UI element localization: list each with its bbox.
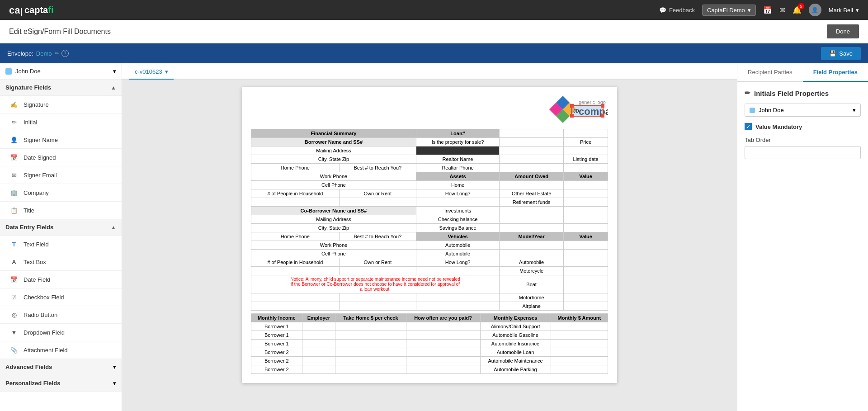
table-cell (251, 198, 340, 207)
recipient-dropdown[interactable]: John Doe ▾ (745, 104, 861, 117)
table-cell: Borrower 2 (251, 348, 302, 357)
user-info[interactable]: Mark Bell ▾ (829, 7, 859, 14)
signature-fields-title: Signature Fields (5, 84, 51, 91)
recipient-selector[interactable]: John Doe ▾ (0, 63, 122, 80)
done-button[interactable]: Done (827, 24, 859, 38)
mail-icon[interactable]: ✉ (779, 6, 785, 14)
envelope-label: Envelope: Demo ✏ ? (7, 50, 69, 57)
field-title[interactable]: 📋 Title (0, 202, 122, 219)
table-cell: Automobile Maintenance (480, 357, 551, 365)
notification-badge: 5 (798, 3, 804, 9)
field-attachment[interactable]: 📎 Attachment Field (0, 341, 122, 359)
tab-order-input[interactable] (745, 146, 861, 159)
save-button[interactable]: 💾 Save (821, 47, 861, 60)
table-cell: Retirement funds (500, 198, 564, 207)
table-cell: Borrower 1 (251, 340, 302, 348)
table-cell: Own or Rent (339, 258, 416, 267)
envelope-help-icon[interactable]: ? (61, 50, 69, 57)
company-name: CaptaFi Demo (707, 7, 745, 14)
notification-area[interactable]: 🔔 5 (793, 6, 802, 14)
table-cell (500, 215, 564, 224)
panel-title-text: Initials Field Properties (754, 90, 829, 97)
table-cell (339, 267, 416, 275)
data-entry-fields-list: T Text Field A Text Box 📅 Date Field ☑ C… (0, 236, 122, 359)
title-label: Title (24, 207, 34, 214)
form-table: Financial Summary Loan# Borrower Name an… (251, 129, 608, 311)
feedback-button[interactable]: 💬 Feedback (659, 7, 695, 14)
table-cell (564, 293, 608, 302)
table-cell: Monthly Expenses (480, 314, 551, 322)
date-signed-label: Date Signed (24, 154, 56, 161)
table-cell: Amount Owed (500, 172, 564, 181)
table-cell (335, 322, 406, 331)
brand-name: captafi (24, 5, 53, 15)
envelope-name[interactable]: Demo (36, 50, 52, 57)
field-initial[interactable]: ✏ Initial (0, 113, 122, 131)
advanced-fields-header[interactable]: Advanced Fields ▾ (0, 359, 122, 375)
field-text-box[interactable]: A Text Box (0, 253, 122, 271)
field-dropdown[interactable]: ▼ Dropdown Field (0, 324, 122, 341)
resize-handle-tl[interactable] (570, 104, 574, 108)
value-mandatory-checkbox[interactable]: ✓ (745, 123, 752, 130)
field-date-signed[interactable]: 📅 Date Signed (0, 149, 122, 166)
main-content: John Doe ▾ Signature Fields ▲ ✍ Signatur… (0, 63, 868, 411)
recipient-dropdown-chevron-icon: ▾ (853, 107, 856, 113)
table-cell: Listing date (564, 155, 608, 164)
table-cell: Realtor Name (416, 155, 499, 164)
resize-handle-br[interactable] (601, 114, 604, 118)
resize-handle-tr[interactable] (601, 104, 604, 108)
table-cell (564, 275, 608, 293)
field-signer-name[interactable]: 👤 Signer Name (0, 131, 122, 149)
field-checkbox[interactable]: ☑ Checkbox Field (0, 288, 122, 306)
field-signature[interactable]: ✍ Signature (0, 96, 122, 113)
field-text-field[interactable]: T Text Field (0, 236, 122, 253)
table-cell (564, 164, 608, 172)
resize-handle-bl[interactable] (570, 114, 574, 118)
document-tab[interactable]: c-v010623 ▾ (129, 65, 174, 80)
table-cell: Value (564, 232, 608, 241)
company-selector[interactable]: CaptaFi Demo ▾ (702, 5, 756, 16)
calendar-icon[interactable]: 📅 (763, 6, 772, 14)
tab-order-label: Tab Order (745, 137, 861, 143)
initials-field[interactable]: JD (571, 105, 604, 117)
table-cell: Best # to Reach You? (339, 232, 416, 241)
field-company[interactable]: 🏢 Company (0, 184, 122, 202)
table-cell (251, 302, 340, 311)
brand-area: capta captafi (9, 4, 53, 16)
advanced-fields-title: Advanced Fields (5, 364, 52, 370)
table-cell: Motorhome (500, 293, 564, 302)
data-entry-fields-header[interactable]: Data Entry Fields ▲ (0, 219, 122, 236)
recipient-dropdown-inner: John Doe (750, 107, 784, 113)
date-signed-icon: 📅 (9, 152, 19, 162)
table-cell (564, 258, 608, 267)
signature-fields-header[interactable]: Signature Fields ▲ (0, 80, 122, 96)
field-radio[interactable]: ◎ Radio Button (0, 306, 122, 324)
envelope-bar: Envelope: Demo ✏ ? 💾 Save (0, 43, 868, 63)
field-signer-email[interactable]: ✉ Signer Email (0, 166, 122, 184)
recipient-chevron-icon: ▾ (113, 68, 116, 75)
initial-label: Initial (24, 119, 37, 126)
recipient-dropdown-row: John Doe ▾ (745, 104, 861, 117)
table-cell (335, 340, 406, 348)
table-cell (564, 207, 608, 215)
table-cell: Assets (416, 172, 499, 181)
tab-field-properties[interactable]: Field Properties (803, 63, 868, 82)
tab-recipient-parties[interactable]: Recipient Parties (737, 63, 803, 81)
table-cell: Home Phone (251, 164, 340, 172)
table-cell (335, 357, 406, 365)
signature-label: Signature (24, 101, 49, 108)
table-cell: Is the property for sale? (416, 138, 499, 146)
user-name: Mark Bell (829, 7, 853, 14)
table-cell (406, 340, 480, 348)
text-box-icon: A (9, 257, 19, 267)
initial-icon: ✏ (9, 117, 19, 127)
table-cell (416, 293, 499, 302)
field-date-field[interactable]: 📅 Date Field (0, 271, 122, 288)
envelope-edit-icon[interactable]: ✏ (55, 51, 59, 57)
avatar: 👤 (809, 4, 821, 16)
table-cell (551, 365, 608, 374)
company-dropdown-icon: ▾ (748, 7, 751, 14)
table-cell (551, 348, 608, 357)
personalized-fields-header[interactable]: Personalized Fields ▾ (0, 375, 122, 392)
user-dropdown-icon: ▾ (856, 7, 859, 14)
